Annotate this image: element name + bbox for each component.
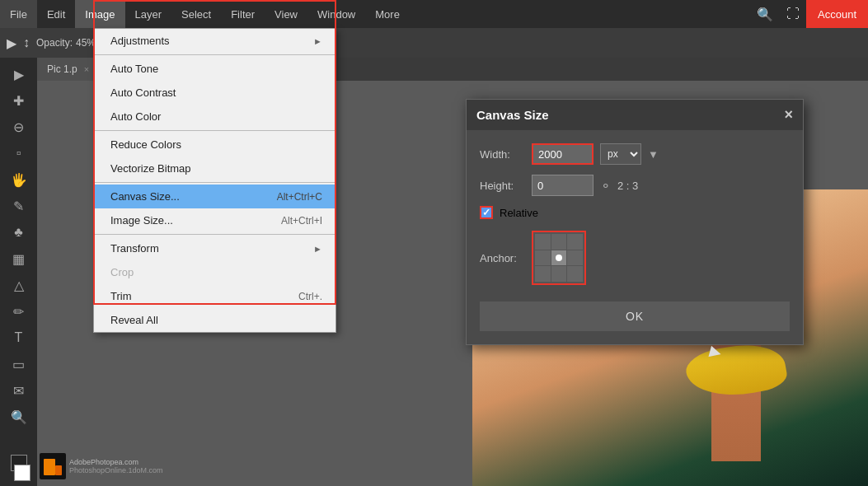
watermark-line1: AdobePhotopea.com xyxy=(69,458,163,466)
anchor-cell-tr[interactable] xyxy=(567,234,583,250)
menu-view[interactable]: View xyxy=(265,0,307,28)
opacity-label: Opacity: xyxy=(36,37,73,49)
doc-tab-name: Pic 1.p xyxy=(47,63,77,75)
sidebar: ▶ ✚ ⊖ ▫ 🖐 ✎ ♣ ▦ △ ✏ T ▭ ✉ 🔍 xyxy=(0,58,37,486)
menu-item-vectorize-bitmap[interactable]: Vectorize Bitmap xyxy=(94,157,335,180)
tool-brush[interactable]: ✎ xyxy=(7,194,30,217)
anchor-cell-ml[interactable] xyxy=(535,250,551,266)
tool-hand[interactable]: ✉ xyxy=(7,379,30,402)
trim-shortcut: Ctrl+. xyxy=(298,291,322,302)
dialog-close-button[interactable]: × xyxy=(784,106,793,124)
watermark: AdobePhotopea.com PhotoshopOnline.1doM.c… xyxy=(40,453,163,479)
menu-separator-1 xyxy=(94,54,335,55)
menu-image[interactable]: Image xyxy=(75,0,124,28)
dialog-body: Width: px cm mm in % ▼ Height: ⚬ 2 : 3 ✓ xyxy=(467,130,803,344)
anchor-cell-mc[interactable] xyxy=(551,250,567,266)
tool-spinner-icon: ↕ xyxy=(23,35,30,50)
menu-bar: File Edit Image Layer Select Filter View… xyxy=(0,0,868,28)
doc-tab[interactable]: Pic 1.p × xyxy=(37,58,100,81)
unit-dropdown-icon: ▼ xyxy=(648,148,659,161)
tool-eraser[interactable]: ▦ xyxy=(7,247,30,270)
menu-item-auto-contrast[interactable]: Auto Contrast xyxy=(94,81,335,105)
anchor-cell-bc[interactable] xyxy=(551,266,567,282)
width-label: Width: xyxy=(480,148,525,161)
menu-item-reveal-all[interactable]: Reveal All xyxy=(94,308,335,332)
menu-item-auto-tone[interactable]: Auto Tone xyxy=(94,57,335,81)
tool-eyedropper[interactable]: 🖐 xyxy=(7,168,30,191)
tool-clone[interactable]: ♣ xyxy=(7,221,30,244)
fullscreen-icon[interactable]: ⛶ xyxy=(780,7,806,21)
menu-item-adjustments[interactable]: Adjustments ► xyxy=(94,29,335,53)
tool-select[interactable]: ▶ xyxy=(7,63,30,86)
anchor-cell-tc[interactable] xyxy=(551,234,567,250)
menu-edit[interactable]: Edit xyxy=(37,0,75,28)
tool-crop[interactable]: ▫ xyxy=(7,142,30,165)
tool-arrow-icon: ▶ xyxy=(7,35,16,51)
menu-window[interactable]: Window xyxy=(307,0,365,28)
anchor-grid[interactable] xyxy=(532,231,586,285)
dialog-title: Canvas Size xyxy=(476,108,549,122)
menu-file[interactable]: File xyxy=(0,0,37,28)
menu-layer[interactable]: Layer xyxy=(125,0,172,28)
menu-account[interactable]: Account xyxy=(806,0,868,28)
image-size-shortcut: Alt+Ctrl+I xyxy=(281,215,322,227)
width-unit-select[interactable]: px cm mm in % xyxy=(600,143,641,165)
relative-row: ✓ Relative xyxy=(480,206,790,219)
anchor-label: Anchor: xyxy=(480,252,525,264)
tool-shape[interactable]: ▭ xyxy=(7,353,30,376)
doc-tab-close[interactable]: × xyxy=(84,64,89,74)
ok-button[interactable]: OK xyxy=(480,301,790,331)
image-dropdown-menu: Adjustments ► Auto Tone Auto Contrast Au… xyxy=(93,28,336,333)
menu-separator-4 xyxy=(94,234,335,235)
canvas-size-shortcut: Alt+Ctrl+C xyxy=(277,191,322,203)
dialog-title-bar: Canvas Size × xyxy=(467,100,803,130)
arrow-icon: ► xyxy=(313,36,322,46)
menu-separator-3 xyxy=(94,182,335,183)
menu-item-image-size[interactable]: Image Size... Alt+Ctrl+I xyxy=(94,208,335,232)
menu-separator-2 xyxy=(94,130,335,131)
menu-item-canvas-size[interactable]: Canvas Size... Alt+Ctrl+C xyxy=(94,185,335,208)
anchor-cell-mr[interactable] xyxy=(567,250,583,266)
menu-item-crop: Crop xyxy=(94,260,335,284)
tool-zoom[interactable]: 🔍 xyxy=(7,405,30,428)
menu-filter[interactable]: Filter xyxy=(221,0,265,28)
anchor-cell-br[interactable] xyxy=(567,266,583,282)
tool-pen[interactable]: ✏ xyxy=(7,300,30,323)
checkbox-checkmark: ✓ xyxy=(482,207,490,218)
menu-more[interactable]: More xyxy=(365,0,410,28)
canvas-size-dialog: Canvas Size × Width: px cm mm in % ▼ Hei… xyxy=(466,99,804,345)
watermark-line2: PhotoshopOnline.1doM.com xyxy=(69,466,163,474)
anchor-cell-tl[interactable] xyxy=(535,234,551,250)
menu-item-auto-color[interactable]: Auto Color xyxy=(94,105,335,129)
anchor-row: Anchor: xyxy=(480,231,790,285)
ratio-display: 2 : 3 xyxy=(617,180,638,192)
tool-move[interactable]: ✚ xyxy=(7,89,30,112)
chain-link-icon: ⚬ xyxy=(600,178,611,194)
menu-item-trim[interactable]: Trim Ctrl+. xyxy=(94,284,335,308)
search-icon[interactable]: 🔍 xyxy=(750,7,780,22)
height-label: Height: xyxy=(480,180,525,192)
tool-lasso[interactable]: ⊖ xyxy=(7,115,30,138)
width-input[interactable] xyxy=(532,143,594,165)
menu-select[interactable]: Select xyxy=(171,0,221,28)
relative-checkbox[interactable]: ✓ xyxy=(480,206,493,219)
relative-label: Relative xyxy=(500,207,538,219)
menu-item-transform[interactable]: Transform ► xyxy=(94,236,335,260)
width-row: Width: px cm mm in % ▼ xyxy=(480,143,790,165)
height-input[interactable] xyxy=(532,175,594,196)
menu-item-reduce-colors[interactable]: Reduce Colors xyxy=(94,133,335,157)
arrow-icon-transform: ► xyxy=(313,244,322,254)
height-row: Height: ⚬ 2 : 3 xyxy=(480,175,790,196)
anchor-cell-bl[interactable] xyxy=(535,266,551,282)
tool-text[interactable]: T xyxy=(7,326,30,349)
tool-gradient[interactable]: △ xyxy=(7,273,30,297)
